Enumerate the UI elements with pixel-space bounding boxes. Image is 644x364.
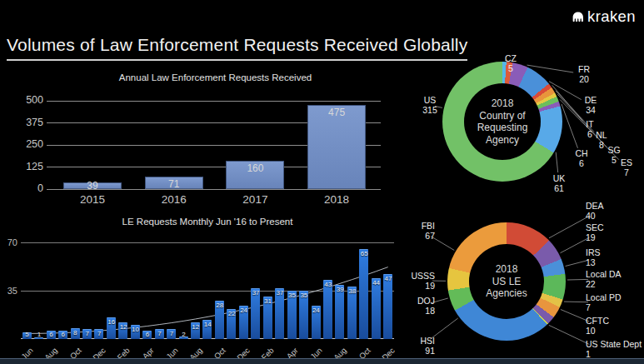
slice-label: NL8 — [596, 131, 607, 150]
slice-label-value: 19 — [402, 282, 435, 292]
gridline — [21, 242, 394, 243]
slice-label: SG5 — [607, 146, 620, 165]
monthly-bar — [372, 278, 381, 339]
annual-bar-chart: 012525037550039201571201616020174752018 — [52, 101, 379, 189]
slice-label: FR20 — [578, 65, 590, 84]
kraken-logo-text: kraken — [587, 7, 636, 26]
leader-line — [549, 325, 590, 344]
annual-bar-value: 39 — [63, 180, 122, 192]
monthly-bar-value: 14 — [201, 321, 215, 328]
slice-label-value: 315 — [422, 105, 437, 115]
monthly-bar-value: 24 — [237, 307, 251, 314]
monthly-bar — [359, 249, 368, 339]
slice-label-value: 61 — [553, 183, 566, 193]
annual-chart-title: Annual Law Enforcement Requests Received — [52, 72, 379, 82]
slice-label-value: 8 — [596, 140, 607, 150]
slice-label: US State Dept1 — [586, 340, 644, 359]
monthly-bar-value: 37 — [249, 289, 263, 297]
y-tick-label: 35 — [1, 286, 17, 296]
bottom-edge-strip — [0, 358, 644, 364]
donut-center-label: 2018Country ofRequestingAgency — [477, 97, 528, 146]
slice-label-name: DEA — [586, 202, 644, 212]
slice-label-value: 40 — [586, 212, 644, 222]
slice-label-value: 22 — [586, 280, 644, 290]
monthly-bar-value: 38 — [345, 287, 359, 295]
monthly-bar — [323, 280, 332, 339]
slice-label-name: USSS — [402, 272, 435, 282]
slice-label-name: IRS — [586, 248, 644, 258]
y-tick-label: 250 — [10, 138, 43, 150]
annual-bar-value: 475 — [307, 107, 366, 118]
monthly-bar-value: 35 — [297, 292, 311, 299]
monthly-bar-value: 24 — [309, 307, 323, 314]
slice-label-value: 7 — [621, 167, 632, 177]
slice-label-value: 5 — [505, 63, 517, 73]
y-tick-label: 0 — [10, 182, 43, 194]
monthly-bar-value: 47 — [382, 275, 396, 282]
slice-label-name: US State Dept — [586, 340, 644, 350]
monthly-bar-value: 2 — [177, 331, 191, 338]
slice-label-name: Local PD — [586, 293, 644, 303]
leader-line — [561, 310, 589, 322]
slice-label-name: CZ — [505, 54, 517, 64]
x-tick-label: 2016 — [139, 193, 209, 206]
annual-bar-value: 71 — [145, 178, 203, 190]
country-donut-chart: 2018Country ofRequestingAgencyCZ5FR20DE3… — [400, 52, 644, 200]
monthly-bar-value: 7 — [92, 330, 107, 337]
slice-label-name: FBI — [402, 222, 435, 232]
slice-label: SEC19 — [586, 223, 644, 242]
slice-label: CFTC10 — [586, 317, 644, 336]
donut-center-line: Requesting — [477, 122, 528, 134]
annual-bar-value: 160 — [226, 162, 284, 174]
donut-center-line: 2018 — [486, 263, 527, 276]
y-tick-label: 125 — [10, 161, 43, 172]
x-tick-label: 2018 — [302, 193, 372, 206]
slice-label-name: CH — [575, 149, 587, 159]
donut-center-label: 2018US LEAgencies — [486, 263, 527, 300]
leader-line — [562, 104, 578, 148]
slice-label: UK61 — [553, 174, 566, 193]
slice-label-name: IT — [586, 120, 593, 130]
monthly-bar-value: 65 — [357, 250, 372, 257]
slice-label-value: 67 — [402, 232, 435, 242]
y-tick-label: 375 — [10, 117, 43, 128]
y-tick-label: 500 — [10, 94, 43, 106]
slice-label-name: CFTC — [586, 317, 644, 327]
donut-center-line: Agency — [477, 134, 528, 147]
x-tick-label: 2017 — [220, 193, 290, 206]
slice-label-name: DE — [585, 96, 597, 106]
gridline — [47, 101, 381, 102]
slice-label-name: SEC — [586, 223, 644, 233]
slice-label: Local PD7 — [586, 293, 644, 312]
x-tick-label: 2015 — [57, 193, 127, 206]
monthly-bar-value: 31 — [261, 297, 275, 305]
slice-label-name: SG — [607, 146, 620, 156]
leader-line — [549, 216, 590, 238]
slice-label: Local DA22 — [586, 270, 644, 289]
donut-center-line: 2018 — [477, 97, 528, 110]
monthly-bar-value: 28 — [212, 302, 227, 309]
slice-label-name: UK — [553, 174, 566, 184]
us-le-agencies-donut-chart: 2018US LEAgenciesDEA40SEC19IRS13Local DA… — [400, 200, 644, 364]
slice-label-value: 5 — [607, 155, 620, 165]
slide: kraken Volumes of Law Enforcement Reques… — [0, 0, 644, 364]
slice-label-value: 10 — [586, 327, 644, 337]
slice-label-value: 91 — [402, 347, 435, 357]
donut-center-line: Country of — [477, 110, 528, 122]
donut-center-line: Agencies — [486, 287, 527, 300]
slice-label-value: 34 — [585, 105, 597, 115]
donut-center-line: US LE — [486, 276, 527, 288]
kraken-logo-icon — [571, 10, 585, 24]
slice-label: DOJ18 — [402, 297, 435, 316]
leader-line — [564, 302, 588, 302]
slice-label-value: 7 — [586, 303, 644, 313]
kraken-logo: kraken — [571, 7, 636, 26]
slice-label-value: 13 — [586, 258, 644, 268]
slice-label-name: NL — [596, 131, 607, 141]
slice-label-name: FR — [578, 65, 590, 75]
slice-label: IT6 — [586, 120, 593, 139]
slice-label-value: 20 — [578, 74, 590, 84]
slice-label: DE34 — [585, 96, 597, 115]
monthly-chart-title: LE Requests Monthly Jun '16 to Present — [21, 217, 394, 227]
monthly-bar — [383, 274, 392, 339]
